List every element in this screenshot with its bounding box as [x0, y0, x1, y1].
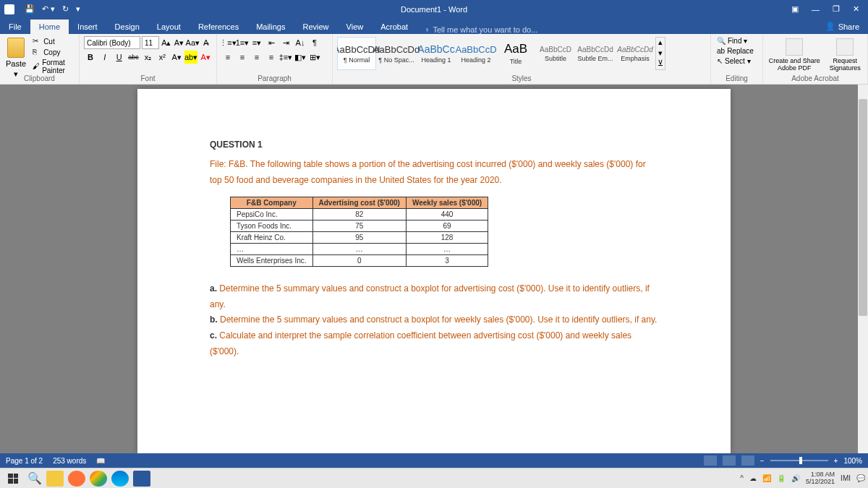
font-name-combo[interactable] [84, 36, 140, 49]
bullets-button[interactable]: ⋮≡▾ [221, 36, 234, 49]
ribbon-display-icon[interactable]: ▣ [791, 4, 799, 14]
styles-gallery[interactable]: AaBbCcDd¶ Normal AaBbCcDd¶ No Spac... Aa… [337, 36, 706, 71]
windows-icon [8, 474, 18, 484]
borders-button[interactable]: ⊞▾ [308, 51, 321, 64]
document-area[interactable]: QUESTION 1 File: F&B. The following tabl… [0, 85, 868, 453]
file-explorer-icon[interactable] [46, 471, 64, 487]
chrome-icon[interactable] [90, 471, 107, 487]
tab-view[interactable]: View [338, 20, 373, 34]
word-taskbar-icon[interactable] [133, 471, 150, 487]
battery-icon[interactable]: 🔋 [777, 474, 786, 482]
align-left-button[interactable]: ≡ [221, 51, 234, 64]
wifi-icon[interactable]: 📶 [762, 474, 771, 482]
request-sig-button[interactable]: Request Signatures [827, 38, 863, 72]
notifications-icon[interactable]: 💬 [856, 474, 865, 482]
clock[interactable]: 1:08 AM 5/12/2021 [806, 471, 835, 486]
shrink-font-button[interactable]: A▾ [174, 36, 185, 49]
superscript-button[interactable]: x² [156, 51, 169, 64]
find-button[interactable]: 🔍Find ▾ [715, 36, 758, 46]
multilevel-button[interactable]: ≡▾ [250, 36, 263, 49]
shading-button[interactable]: ◧▾ [294, 51, 307, 64]
underline-button[interactable]: U [113, 51, 126, 64]
maximize-button[interactable]: ❐ [833, 4, 840, 14]
word-count[interactable]: 253 words [53, 457, 86, 465]
share-button[interactable]: 👤 Share [817, 19, 868, 34]
start-button[interactable] [3, 470, 23, 487]
inc-indent-button[interactable]: ⇥ [279, 36, 292, 49]
style-nospacing[interactable]: AaBbCcDd¶ No Spac... [377, 37, 416, 70]
redo-icon[interactable]: ↻ [62, 4, 69, 14]
numbering-button[interactable]: 1≡▾ [236, 36, 249, 49]
volume-icon[interactable]: 🔊 [791, 474, 800, 482]
create-pdf-button[interactable]: Create and Share Adobe PDF [767, 38, 822, 72]
clear-format-button[interactable]: A̶ [200, 36, 212, 49]
bold-button[interactable]: B [84, 51, 97, 64]
text-effects-button[interactable]: A▾ [170, 51, 183, 64]
line-spacing-button[interactable]: ‡≡▾ [279, 51, 292, 64]
page[interactable]: QUESTION 1 File: F&B. The following tabl… [137, 89, 731, 453]
edge-icon[interactable] [111, 471, 129, 487]
style-subtitle[interactable]: AaBbCcDSubtitle [536, 37, 575, 70]
tab-design[interactable]: Design [106, 20, 148, 34]
style-heading2[interactable]: AaBbCcDHeading 2 [456, 37, 495, 70]
highlight-button[interactable]: ab▾ [184, 51, 197, 64]
vertical-scrollbar[interactable] [858, 85, 868, 453]
style-emphasis[interactable]: AaBbCcDdEmphasis [616, 37, 655, 70]
format-painter-button[interactable]: 🖌Format Painter [30, 58, 75, 75]
table-row: Tyson Foods Inc.7569 [231, 221, 488, 232]
tray-chevron-icon[interactable]: ^ [740, 474, 744, 482]
zoom-level[interactable]: 100% [843, 457, 862, 465]
style-normal[interactable]: AaBbCcDd¶ Normal [337, 37, 376, 70]
grow-font-button[interactable]: A▴ [161, 36, 172, 49]
change-case-button[interactable]: Aa▾ [186, 36, 199, 49]
justify-button[interactable]: ≡ [265, 51, 278, 64]
tab-review[interactable]: Review [294, 20, 338, 34]
close-button[interactable]: ✕ [853, 4, 859, 14]
print-layout-button[interactable] [723, 455, 736, 466]
show-marks-button[interactable]: ¶ [308, 36, 321, 49]
copy-button[interactable]: ⎘Copy [30, 47, 75, 57]
firefox-icon[interactable] [68, 471, 85, 487]
page-indicator[interactable]: Page 1 of 2 [6, 457, 43, 465]
cut-button[interactable]: ✂Cut [30, 36, 75, 46]
minimize-button[interactable]: — [812, 5, 820, 14]
spell-check-icon[interactable]: 📖 [96, 457, 105, 465]
style-heading1[interactable]: AaBbCcHeading 1 [417, 37, 456, 70]
zoom-slider[interactable] [770, 460, 828, 461]
styles-scroll[interactable]: ▴▾⊻ [655, 37, 665, 70]
ime-icon[interactable]: IMI [841, 474, 851, 482]
style-subtle-em[interactable]: AaBbCcDdSubtle Em... [576, 37, 615, 70]
dec-indent-button[interactable]: ⇤ [265, 36, 278, 49]
tab-mailings[interactable]: Mailings [247, 20, 294, 34]
replace-button[interactable]: abReplace [715, 46, 758, 56]
font-color-button[interactable]: A▾ [199, 51, 212, 64]
scroll-thumb[interactable] [859, 99, 867, 316]
align-right-button[interactable]: ≡ [250, 51, 263, 64]
sort-button[interactable]: A↓ [294, 36, 307, 49]
strike-button[interactable]: abc [127, 51, 140, 64]
tab-acrobat[interactable]: Acrobat [372, 20, 417, 34]
onedrive-icon[interactable]: ☁ [749, 474, 757, 482]
zoom-in-button[interactable]: + [834, 457, 838, 465]
group-label: Paragraph [217, 74, 332, 82]
align-center-button[interactable]: ≡ [236, 51, 249, 64]
read-mode-button[interactable] [704, 455, 717, 466]
tell-me-search[interactable]: ♀ Tell me what you want to do... [424, 25, 537, 34]
subscript-button[interactable]: x₂ [142, 51, 155, 64]
web-layout-button[interactable] [741, 455, 754, 466]
save-icon[interactable]: 💾 [25, 4, 35, 14]
search-icon[interactable]: 🔍 [27, 471, 42, 485]
zoom-thumb[interactable] [799, 457, 802, 464]
qat-dropdown-icon[interactable]: ▾ [76, 4, 80, 14]
tab-file[interactable]: File [0, 20, 30, 34]
zoom-out-button[interactable]: − [760, 457, 765, 465]
font-size-combo[interactable] [142, 36, 159, 49]
tab-layout[interactable]: Layout [148, 20, 190, 34]
tab-home[interactable]: Home [30, 20, 69, 34]
tab-references[interactable]: References [190, 20, 247, 34]
undo-icon[interactable]: ↶ ▾ [42, 4, 55, 14]
style-title[interactable]: AaBTitle [496, 37, 535, 70]
italic-button[interactable]: I [98, 51, 111, 64]
select-button[interactable]: ↖Select ▾ [715, 56, 758, 66]
tab-insert[interactable]: Insert [69, 20, 106, 34]
